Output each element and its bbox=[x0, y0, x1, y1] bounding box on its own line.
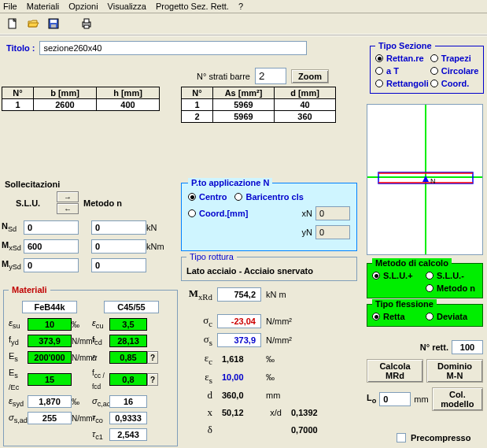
eps-cu-value[interactable]: 3,5 bbox=[109, 318, 147, 331]
mxsd-input[interactable] bbox=[24, 239, 79, 254]
tco-value[interactable]: 0,9333 bbox=[109, 412, 147, 424]
mysd2-input[interactable] bbox=[91, 258, 146, 272]
dominio-button[interactable]: Dominio M-N bbox=[426, 359, 483, 383]
radio-metodo-n[interactable]: Metodo n bbox=[426, 283, 478, 293]
arrow-right-button[interactable]: → bbox=[57, 191, 79, 202]
radio-slu-plus[interactable]: S.L.U.+ bbox=[372, 271, 424, 280]
save-icon[interactable] bbox=[46, 16, 61, 31]
precompresso-checkbox[interactable] bbox=[397, 433, 406, 442]
sigc-label: σc bbox=[184, 314, 212, 328]
eps-su-value[interactable]: 10 bbox=[28, 318, 72, 331]
menu-help[interactable]: ? bbox=[238, 2, 243, 11]
tipo-rottura-group: Tipo rottura Lato acciaio - Acciaio sner… bbox=[181, 252, 357, 281]
radio-centro[interactable]: Centro bbox=[188, 192, 227, 202]
nsd-input[interactable] bbox=[24, 220, 79, 235]
alpha-label: α bbox=[92, 353, 109, 362]
concrete-name[interactable]: C45/55 bbox=[104, 301, 159, 313]
new-icon[interactable] bbox=[5, 16, 20, 31]
table-row[interactable]: 25969360 bbox=[182, 111, 336, 123]
sigc-unit: N/mm² bbox=[266, 317, 292, 326]
alpha-value[interactable]: 0,85 bbox=[109, 351, 147, 364]
ssadm-value[interactable]: 255 bbox=[28, 412, 72, 424]
load-inputs: NSd kN MxSd kNm MySd bbox=[2, 220, 170, 272]
rebar-table: N°As [mm²]d [mm] 1596940 25969360 bbox=[181, 87, 336, 123]
menu-visualizza[interactable]: Visualizza bbox=[108, 2, 146, 11]
strati-input[interactable] bbox=[255, 68, 286, 84]
lo-input[interactable] bbox=[379, 392, 411, 406]
mxrd-unit: kN m bbox=[266, 290, 286, 299]
right-controls: N° rett. Calcola MRd Dominio M-N Lo mm C… bbox=[367, 340, 483, 416]
mysd-label: MySd bbox=[2, 259, 24, 271]
print-icon[interactable] bbox=[79, 16, 94, 31]
table-row[interactable]: 12600400 bbox=[2, 99, 160, 111]
yn-label: yN bbox=[302, 228, 312, 237]
xn-label: xN bbox=[302, 209, 312, 218]
toolbar bbox=[0, 13, 487, 35]
yn-input[interactable] bbox=[315, 225, 350, 239]
d-label: d bbox=[184, 389, 212, 402]
table-row[interactable]: 1596940 bbox=[182, 99, 336, 111]
xn-input[interactable] bbox=[315, 206, 350, 220]
tc1-value[interactable]: 2,543 bbox=[109, 428, 147, 441]
title-label: Titolo : bbox=[6, 43, 35, 53]
nsd-label: NSd bbox=[2, 221, 24, 233]
radio-coord[interactable]: Coord. bbox=[430, 79, 479, 88]
radio-deviata[interactable]: Deviata bbox=[426, 312, 478, 321]
radio-trapezi[interactable]: Trapezi bbox=[430, 54, 479, 63]
fyd-value[interactable]: 373,9 bbox=[28, 335, 72, 347]
fcc-help-button[interactable]: ? bbox=[147, 373, 158, 386]
tfless-legend: Tipo flessione bbox=[372, 299, 437, 309]
mxrd-label: MxRd bbox=[184, 287, 212, 302]
fcd-value[interactable]: 28,13 bbox=[109, 335, 147, 347]
nrett-input[interactable] bbox=[452, 340, 483, 354]
radio-circolare[interactable]: Circolare bbox=[430, 66, 479, 76]
calcola-button[interactable]: Calcola MRd bbox=[367, 359, 423, 383]
alpha-help-button[interactable]: ? bbox=[147, 351, 158, 364]
d-unit: mm bbox=[266, 391, 280, 400]
x-value: 50,12 bbox=[217, 408, 253, 417]
steel-name[interactable]: FeB44k bbox=[22, 301, 77, 313]
nsd2-input[interactable] bbox=[91, 220, 146, 235]
metodo-calcolo-group: Metodo di calcolo S.L.U.+ S.L.U.- Metodo… bbox=[367, 258, 483, 298]
eps-su-label: εsu bbox=[9, 318, 28, 330]
radio-slu-minus[interactable]: S.L.U.- bbox=[426, 271, 478, 280]
pto-applicazione-group: P.to applicazione N Centro Baricentro cl… bbox=[181, 178, 357, 251]
mxsd2-input[interactable] bbox=[91, 239, 146, 254]
eps-su-unit: ‰ bbox=[72, 320, 92, 329]
zoom-button[interactable]: Zoom bbox=[291, 69, 329, 83]
fcc-value[interactable]: 0,8 bbox=[109, 373, 147, 386]
es-value[interactable]: 200'000 bbox=[28, 351, 72, 364]
nsd-unit: kN bbox=[146, 223, 170, 232]
epsc-label: εc bbox=[184, 352, 212, 366]
scadm-value[interactable]: 16 bbox=[109, 395, 147, 408]
xd-value: 0,1392 bbox=[286, 408, 330, 417]
radio-retta[interactable]: Retta bbox=[372, 312, 424, 321]
radio-coord-mm[interactable]: Coord.[mm] bbox=[188, 209, 248, 218]
radio-rettangoli[interactable]: Rettangoli bbox=[375, 79, 429, 88]
sigc-value: -23,04 bbox=[217, 314, 261, 328]
esec-value[interactable]: 15 bbox=[28, 373, 72, 386]
mxsd-label: MxSd bbox=[2, 240, 24, 252]
pto-legend: P.to applicazione N bbox=[188, 178, 272, 187]
menu-opzioni[interactable]: Opzioni bbox=[68, 2, 98, 11]
menu-materiali[interactable]: Materiali bbox=[27, 2, 60, 11]
sigs-value: 373,9 bbox=[217, 333, 261, 347]
open-icon[interactable] bbox=[25, 16, 41, 31]
fyd-label: fyd bbox=[9, 335, 28, 346]
colmodello-button[interactable]: Col. modello bbox=[432, 387, 483, 411]
arrow-left-button[interactable]: ← bbox=[57, 203, 79, 214]
x-label: x bbox=[184, 406, 212, 419]
esec-label: Es /Ec bbox=[9, 368, 28, 391]
mysd-input[interactable] bbox=[24, 258, 79, 272]
rottura-text: Lato acciaio - Acciaio snervato bbox=[186, 266, 352, 276]
title-input[interactable] bbox=[39, 41, 307, 55]
solle-label: Sollecitazioni bbox=[5, 180, 170, 189]
menu-progetto[interactable]: Progetto Sez. Rett. bbox=[156, 2, 229, 11]
esyd-value[interactable]: 1,870 bbox=[28, 395, 72, 408]
menu-file[interactable]: File bbox=[3, 2, 17, 11]
radio-rettangolare[interactable]: Rettan.re bbox=[375, 54, 429, 63]
scadm-label: σc,adm bbox=[92, 396, 109, 408]
radio-at[interactable]: a T bbox=[375, 66, 429, 76]
radio-baricentro[interactable]: Baricentro cls bbox=[234, 192, 303, 202]
fyd-unit: N/mm² bbox=[72, 337, 92, 346]
